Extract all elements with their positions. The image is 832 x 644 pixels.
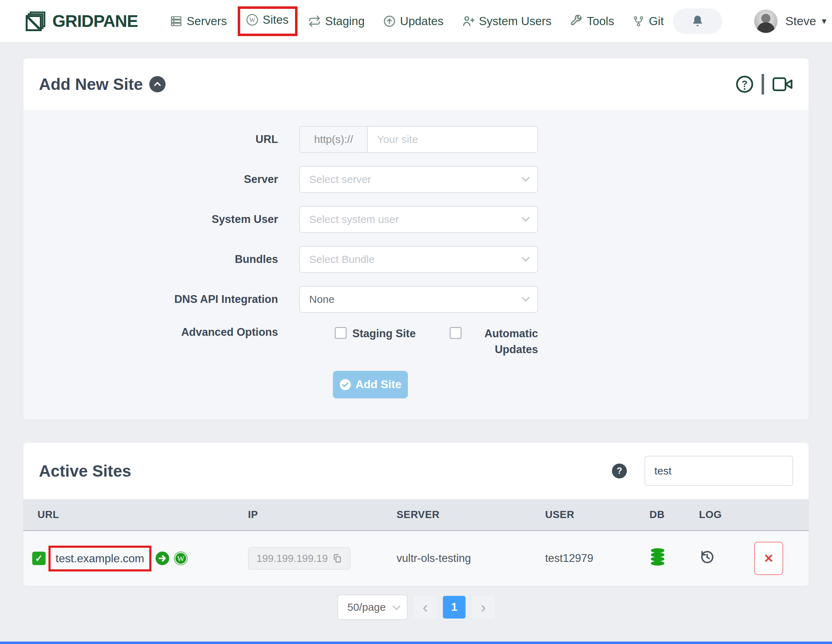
dns-select[interactable]: None [299, 286, 538, 313]
wordpress-admin-icon[interactable]: W [173, 551, 188, 566]
table-header: URL IP SERVER USER DB LOG [23, 499, 809, 531]
nav-item-git[interactable]: Git [632, 14, 664, 28]
table-row: ✓ test.example.com W 199.19 [23, 531, 809, 586]
panel-header-tools: ? [735, 74, 793, 95]
annotation-box-sites: W Sites [238, 6, 298, 36]
active-sites-panel: Active Sites ? URL IP SERVER USER DB LOG… [23, 443, 809, 586]
nav-item-label: Updates [400, 14, 443, 28]
url-prefix: http(s):// [300, 127, 368, 152]
main-nav: Servers W Sites Staging [161, 6, 673, 36]
checkbox-icon[interactable] [334, 327, 347, 339]
current-page: 1 [451, 601, 457, 614]
active-sites-tools: ? [611, 456, 793, 486]
dns-row: DNS API Integration None [23, 286, 809, 313]
divider [762, 74, 764, 95]
wordpress-icon: W [246, 13, 259, 26]
staging-repeat-icon [308, 15, 321, 27]
delete-site-button[interactable]: ✕ [754, 542, 783, 575]
user-name: Steve [785, 14, 816, 28]
ip-copy-pill[interactable]: 199.199.199.19 [248, 547, 350, 570]
ip-cell: 199.199.199.19 [248, 547, 397, 570]
nav-item-sites[interactable]: W Sites [246, 13, 289, 27]
automatic-updates-checkbox[interactable]: Automatic Updates [450, 326, 538, 358]
advanced-options-label: Advanced Options [23, 326, 278, 339]
system-user-control: Select system user [299, 206, 538, 233]
search-input[interactable] [645, 456, 793, 486]
visit-site-icon[interactable] [155, 551, 170, 566]
column-header-url: URL [37, 509, 248, 521]
url-input[interactable] [368, 127, 537, 152]
ip-value: 199.199.199.19 [256, 553, 328, 564]
bundles-row: Bundles Select Bundle [23, 246, 809, 273]
add-site-button-label: Add Site [355, 378, 402, 391]
url-input-group: http(s):// [299, 126, 538, 153]
nav-item-system-users[interactable]: System Users [462, 14, 552, 28]
user-menu[interactable]: Steve ▾ [785, 14, 826, 28]
user-plus-icon [462, 15, 475, 27]
site-url-link[interactable]: test.example.com [56, 552, 144, 565]
nav-item-label: Servers [187, 14, 227, 28]
history-log-icon[interactable] [699, 549, 715, 565]
staging-site-checkbox[interactable]: Staging Site [334, 326, 416, 358]
server-label: Server [23, 173, 278, 186]
prev-page-button[interactable]: ‹ [414, 596, 437, 618]
nav-item-updates[interactable]: Updates [383, 14, 443, 28]
column-header-log: LOG [699, 509, 752, 521]
submit-row: Add Site [23, 371, 809, 399]
bell-icon [691, 14, 705, 28]
close-icon: ✕ [764, 551, 774, 566]
page-number-1[interactable]: 1 [443, 596, 466, 618]
active-sites-title: Active Sites [39, 461, 131, 481]
add-site-button[interactable]: Add Site [333, 371, 408, 399]
nav-item-servers[interactable]: Servers [170, 14, 227, 28]
database-icon[interactable] [650, 548, 666, 566]
db-cell [650, 548, 699, 569]
notifications-button[interactable] [673, 8, 722, 34]
site-checkbox-checked[interactable]: ✓ [32, 552, 46, 565]
bundles-select[interactable]: Select Bundle [299, 246, 538, 273]
nav-item-label: Git [649, 14, 664, 28]
collapse-panel-button[interactable] [149, 76, 166, 92]
advanced-options-controls: Staging Site Automatic Updates [299, 326, 538, 358]
user-cell: test12979 [545, 552, 650, 565]
log-cell [699, 549, 752, 568]
system-user-row: System User Select system user [23, 206, 809, 233]
help-filled-icon[interactable]: ? [611, 463, 627, 479]
active-sites-header: Active Sites ? [23, 443, 809, 499]
gridpane-logo[interactable]: GRIDPANE [25, 10, 138, 32]
chevron-down-icon [393, 602, 401, 610]
server-row: Server Select server [23, 166, 809, 193]
system-user-select[interactable]: Select system user [299, 206, 538, 233]
url-control: http(s):// [299, 126, 538, 153]
url-label: URL [23, 133, 278, 146]
nav-item-staging[interactable]: Staging [308, 14, 365, 28]
url-cell: ✓ test.example.com W [32, 546, 248, 572]
column-header-db: DB [650, 509, 699, 521]
nav-item-label: System Users [479, 14, 552, 28]
avatar[interactable] [754, 10, 778, 33]
nav-item-tools[interactable]: Tools [570, 14, 614, 28]
dns-control: None [299, 286, 538, 313]
updates-icon [383, 15, 396, 27]
nav-item-label: Tools [587, 14, 614, 28]
page-size-value: 50/page [347, 601, 386, 613]
svg-text:W: W [249, 16, 255, 23]
video-tutorial-icon[interactable] [772, 76, 793, 93]
bundles-label: Bundles [23, 253, 278, 266]
next-page-button[interactable]: › [472, 596, 494, 618]
system-user-label: System User [23, 213, 278, 226]
page-size-select[interactable]: 50/page [338, 594, 408, 620]
add-new-site-header: Add New Site ? [23, 58, 809, 110]
chevron-down-icon: ▾ [822, 16, 826, 27]
gridpane-logo-icon [25, 10, 47, 32]
server-control: Select server [299, 166, 538, 193]
checkbox-icon[interactable] [450, 327, 462, 339]
server-select[interactable]: Select server [299, 166, 538, 193]
help-icon[interactable]: ? [735, 75, 754, 93]
advanced-options-row: Advanced Options Staging Site Automatic … [23, 326, 809, 358]
column-header-server: SERVER [397, 509, 545, 521]
annotation-box-url: test.example.com [48, 546, 151, 572]
bottom-accent-bar [0, 642, 832, 644]
servers-icon [170, 15, 182, 27]
nav-right: Steve ▾ [673, 8, 826, 34]
